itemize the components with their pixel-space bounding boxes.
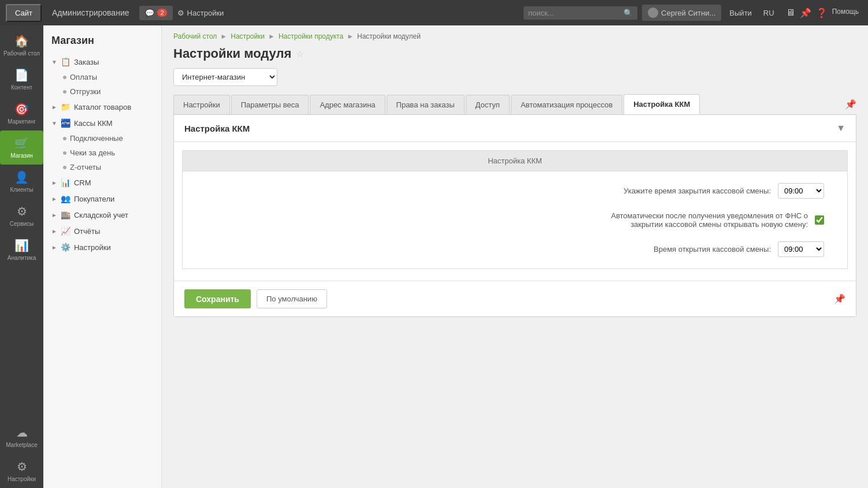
nav-settings-icon: ⚙️ xyxy=(61,243,71,252)
settings-topbar-button[interactable]: ⚙ Настройки xyxy=(177,9,224,17)
page-title: Настройки модуля xyxy=(173,46,291,61)
sidebar-item-label: Рабочий стол xyxy=(3,50,40,57)
footer-pin-icon[interactable]: 📌 xyxy=(834,293,845,304)
form-row-close-time: Укажите время закрытия кассовой смены: 0… xyxy=(206,183,824,199)
breadcrumb-product-settings[interactable]: Настройки продукта xyxy=(279,32,343,40)
menu-item-orders[interactable]: ▼ 📋 Заказы xyxy=(43,54,161,70)
tabs-pin-icon[interactable]: 📌 xyxy=(845,99,856,110)
menu-item-label: Складской учет xyxy=(74,211,128,219)
submenu-item-payments[interactable]: Оплаты xyxy=(43,70,161,84)
site-button[interactable]: Сайт xyxy=(6,4,42,22)
tab-order-rights[interactable]: Права на заказы xyxy=(387,95,465,114)
menu-item-label: Настройки xyxy=(74,243,111,252)
open-time-select[interactable]: 09:00 10:00 11:00 12:00 13:00 14:00 15:0… xyxy=(778,241,824,257)
tab-kkm[interactable]: Настройка ККМ xyxy=(624,94,700,114)
kkm-section-header: Настройка ККМ ▼ xyxy=(174,115,856,142)
dot-icon xyxy=(63,137,66,140)
search-input[interactable] xyxy=(528,9,621,17)
tab-access[interactable]: Доступ xyxy=(466,95,510,114)
breadcrumb: Рабочий стол ► Настройки ► Настройки про… xyxy=(162,25,868,44)
tab-settings[interactable]: Настройки xyxy=(173,95,230,114)
marketplace-icon: ☁ xyxy=(16,426,28,439)
icon-sidebar: 🏠 Рабочий стол 📄 Контент 🎯 Маркетинг 🛒 М… xyxy=(0,25,43,488)
sidebar-item-label: Магазин xyxy=(10,152,33,159)
submenu-item-shipments[interactable]: Отгрузки xyxy=(43,84,161,99)
submenu-item-receipts[interactable]: Чеки за день xyxy=(43,146,161,160)
close-time-control: 09:00 10:00 11:00 12:00 13:00 14:00 15:0… xyxy=(778,183,824,199)
arrow-right-icon: ► xyxy=(51,244,57,251)
breadcrumb-settings[interactable]: Настройки xyxy=(231,32,265,40)
sidebar-item-settings[interactable]: ⚙ Настройки xyxy=(0,454,43,488)
screen-icon[interactable]: 🖥 xyxy=(786,8,795,18)
breadcrumb-desktop[interactable]: Рабочий стол xyxy=(173,32,217,40)
auto-open-checkbox[interactable] xyxy=(815,215,824,225)
submenu-item-label: Z-отчеты xyxy=(70,163,101,172)
sidebar-item-label: Marketplace xyxy=(6,442,37,448)
search-icon: 🔍 xyxy=(624,9,633,17)
notification-badge: 2 xyxy=(157,9,166,17)
arrow-right-icon: ► xyxy=(51,196,57,202)
menu-item-buyers[interactable]: ► 👥 Покупатели xyxy=(43,191,161,207)
user-menu[interactable]: Сергей Ситни... xyxy=(642,5,721,21)
menu-item-label: Кассы ККМ xyxy=(74,119,113,128)
default-button[interactable]: По умолчанию xyxy=(257,289,327,308)
close-time-select[interactable]: 09:00 10:00 11:00 12:00 13:00 14:00 15:0… xyxy=(778,183,824,199)
sidebar-item-label: Маркетинг xyxy=(8,118,36,125)
crm-icon: 📊 xyxy=(61,178,71,187)
content-box: Настройка ККМ ▼ Настройка ККМ Укажите вр… xyxy=(173,114,856,317)
tab-address[interactable]: Адрес магазина xyxy=(310,95,385,114)
notifications-button[interactable]: 💬 2 xyxy=(139,6,172,20)
marketing-icon: 🎯 xyxy=(14,102,29,116)
tab-weight[interactable]: Параметры веса xyxy=(231,95,309,114)
submenu-item-connected[interactable]: Подключенные xyxy=(43,131,161,146)
buyers-icon: 👥 xyxy=(61,194,71,203)
pin-icon[interactable]: 📌 xyxy=(800,8,811,18)
menu-item-warehouse[interactable]: ► 🏬 Складской учет xyxy=(43,207,161,223)
page-header: Настройки модуля ☆ xyxy=(162,44,868,68)
sidebar-item-marketing[interactable]: 🎯 Маркетинг xyxy=(0,96,43,131)
arrow-right-icon: ► xyxy=(51,104,57,110)
breadcrumb-sep: ► xyxy=(220,32,227,40)
sidebar-item-analytics[interactable]: 📊 Аналитика xyxy=(0,233,43,267)
store-select[interactable]: Интернет-магазин xyxy=(173,68,277,86)
user-name: Сергей Ситни... xyxy=(661,9,715,17)
sidebar-item-label: Контент xyxy=(11,84,32,91)
kkm-toggle-icon[interactable]: ▼ xyxy=(836,123,845,133)
arrow-down-icon: ▼ xyxy=(51,120,57,126)
save-button[interactable]: Сохранить xyxy=(184,289,251,308)
content-icon: 📄 xyxy=(14,68,29,82)
submenu-item-label: Чеки за день xyxy=(70,148,115,157)
help-icon[interactable]: ❓ xyxy=(816,8,828,18)
menu-item-kkm[interactable]: ▼ 🏧 Кассы ККМ xyxy=(43,115,161,131)
topbar: Сайт Администрирование 💬 2 ⚙ Настройки 🔍… xyxy=(0,0,868,25)
tab-automation[interactable]: Автоматизация процессов xyxy=(511,95,622,114)
submenu-item-z-reports[interactable]: Z-отчеты xyxy=(43,160,161,174)
kkm-inner-header: Настройка ККМ xyxy=(182,150,848,171)
services-icon: ⚙ xyxy=(17,204,27,218)
help-label: Помощь xyxy=(832,8,859,18)
menu-item-reports[interactable]: ► 📈 Отчёты xyxy=(43,223,161,239)
content-footer: Сохранить По умолчанию 📌 xyxy=(174,281,856,316)
sidebar-item-content[interactable]: 📄 Контент xyxy=(0,62,43,96)
menu-item-nav-settings[interactable]: ► ⚙️ Настройки xyxy=(43,239,161,255)
main-layout: 🏠 Рабочий стол 📄 Контент 🎯 Маркетинг 🛒 М… xyxy=(0,25,868,488)
sidebar-item-services[interactable]: ⚙ Сервисы xyxy=(0,199,43,233)
language-selector[interactable]: RU xyxy=(760,9,778,17)
kkm-inner: Настройка ККМ Укажите время закрытия кас… xyxy=(174,150,856,281)
breadcrumb-sep: ► xyxy=(347,32,354,40)
menu-item-crm[interactable]: ► 📊 CRM xyxy=(43,174,161,191)
logout-button[interactable]: Выйти xyxy=(726,9,755,17)
auto-open-control xyxy=(815,215,824,225)
form-row-open-time: Время открытия кассовой смены: 09:00 10:… xyxy=(206,241,824,257)
menu-item-catalog[interactable]: ► 📁 Каталог товаров xyxy=(43,99,161,115)
orders-icon: 📋 xyxy=(61,57,71,66)
kkm-section: Настройка ККМ ▼ Настройка ККМ Укажите вр… xyxy=(174,115,856,316)
sidebar-item-marketplace[interactable]: ☁ Marketplace xyxy=(0,420,43,454)
sidebar-item-desktop[interactable]: 🏠 Рабочий стол xyxy=(0,28,43,62)
sidebar-item-shop[interactable]: 🛒 Магазин xyxy=(0,131,43,165)
sidebar-item-clients[interactable]: 👤 Клиенты xyxy=(0,165,43,199)
dot-icon xyxy=(63,151,66,155)
favorite-icon[interactable]: ☆ xyxy=(296,49,304,59)
left-panel-title: Магазин xyxy=(43,25,161,53)
menu-item-label: Отчёты xyxy=(74,227,100,236)
